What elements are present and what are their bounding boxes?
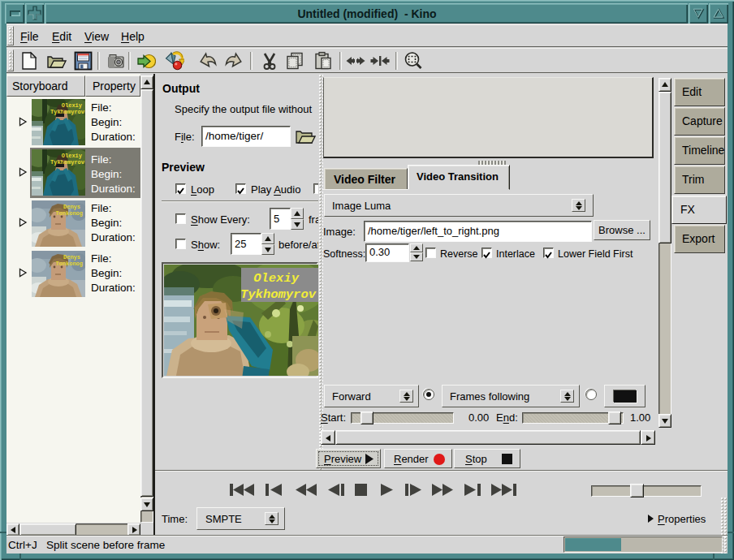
svg-text:Olexiy: Olexiy xyxy=(253,271,300,286)
svg-text:Tykhomyrov: Tykhomyrov xyxy=(240,287,317,302)
